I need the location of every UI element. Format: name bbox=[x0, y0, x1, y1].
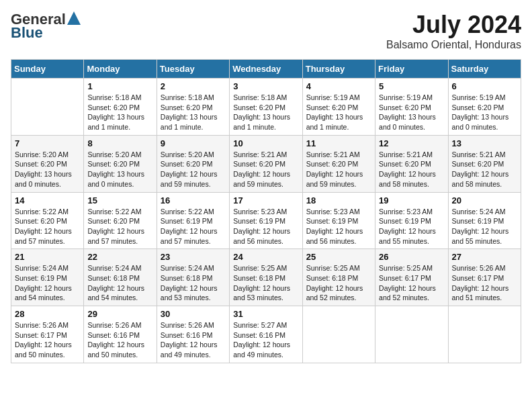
day-info: Sunrise: 5:21 AMSunset: 6:20 PMDaylight:… bbox=[233, 150, 298, 189]
calendar-header-saturday: Saturday bbox=[448, 60, 521, 79]
calendar-week-4: 28Sunrise: 5:26 AMSunset: 6:17 PMDayligh… bbox=[11, 306, 521, 363]
day-info: Sunrise: 5:20 AMSunset: 6:20 PMDaylight:… bbox=[161, 150, 226, 189]
calendar-cell: 28Sunrise: 5:26 AMSunset: 6:17 PMDayligh… bbox=[11, 306, 84, 363]
day-number: 8 bbox=[87, 138, 152, 148]
day-info: Sunrise: 5:25 AMSunset: 6:17 PMDaylight:… bbox=[379, 263, 444, 303]
day-number: 1 bbox=[87, 81, 152, 91]
day-info: Sunrise: 5:26 AMSunset: 6:16 PMDaylight:… bbox=[161, 320, 226, 360]
day-number: 7 bbox=[15, 138, 80, 148]
calendar-header-sunday: Sunday bbox=[11, 60, 84, 79]
day-number: 25 bbox=[306, 252, 371, 262]
calendar-cell bbox=[302, 306, 375, 363]
calendar-cell: 5Sunrise: 5:19 AMSunset: 6:20 PMDaylight… bbox=[375, 79, 448, 136]
calendar-cell: 17Sunrise: 5:23 AMSunset: 6:19 PMDayligh… bbox=[230, 192, 302, 249]
svg-marker-0 bbox=[67, 11, 81, 25]
day-info: Sunrise: 5:18 AMSunset: 6:20 PMDaylight:… bbox=[161, 93, 226, 132]
day-info: Sunrise: 5:24 AMSunset: 6:18 PMDaylight:… bbox=[161, 263, 226, 303]
day-number: 18 bbox=[306, 195, 371, 205]
calendar-cell: 16Sunrise: 5:22 AMSunset: 6:19 PMDayligh… bbox=[157, 192, 229, 249]
day-number: 23 bbox=[161, 252, 226, 262]
day-info: Sunrise: 5:19 AMSunset: 6:20 PMDaylight:… bbox=[306, 93, 371, 132]
calendar-cell: 19Sunrise: 5:23 AMSunset: 6:19 PMDayligh… bbox=[375, 192, 448, 249]
calendar-cell: 14Sunrise: 5:22 AMSunset: 6:20 PMDayligh… bbox=[11, 192, 84, 249]
calendar-cell: 10Sunrise: 5:21 AMSunset: 6:20 PMDayligh… bbox=[230, 135, 302, 192]
day-info: Sunrise: 5:18 AMSunset: 6:20 PMDaylight:… bbox=[87, 93, 152, 132]
day-number: 20 bbox=[452, 195, 517, 205]
day-number: 4 bbox=[306, 81, 371, 91]
calendar-header-row: SundayMondayTuesdayWednesdayThursdayFrid… bbox=[11, 60, 521, 79]
logo-blue: Blue bbox=[11, 24, 43, 42]
calendar-week-3: 21Sunrise: 5:24 AMSunset: 6:19 PMDayligh… bbox=[11, 249, 521, 306]
calendar-cell: 4Sunrise: 5:19 AMSunset: 6:20 PMDaylight… bbox=[302, 79, 375, 136]
day-number: 24 bbox=[233, 252, 298, 262]
day-info: Sunrise: 5:27 AMSunset: 6:16 PMDaylight:… bbox=[233, 320, 298, 360]
day-info: Sunrise: 5:21 AMSunset: 6:20 PMDaylight:… bbox=[306, 150, 371, 189]
day-info: Sunrise: 5:22 AMSunset: 6:20 PMDaylight:… bbox=[87, 207, 152, 246]
calendar-cell: 22Sunrise: 5:24 AMSunset: 6:18 PMDayligh… bbox=[84, 249, 157, 306]
calendar-cell bbox=[375, 306, 448, 363]
page-header: General Blue July 2024 Balsamo Oriental,… bbox=[11, 11, 521, 51]
day-number: 11 bbox=[306, 138, 371, 148]
calendar-table: SundayMondayTuesdayWednesdayThursdayFrid… bbox=[11, 59, 521, 363]
day-info: Sunrise: 5:24 AMSunset: 6:19 PMDaylight:… bbox=[452, 207, 517, 246]
calendar-cell: 18Sunrise: 5:23 AMSunset: 6:19 PMDayligh… bbox=[302, 192, 375, 249]
day-info: Sunrise: 5:26 AMSunset: 6:16 PMDaylight:… bbox=[87, 320, 152, 360]
day-number: 17 bbox=[233, 195, 298, 205]
title-block: July 2024 Balsamo Oriental, Honduras bbox=[386, 11, 521, 51]
day-info: Sunrise: 5:22 AMSunset: 6:20 PMDaylight:… bbox=[15, 207, 80, 246]
day-info: Sunrise: 5:19 AMSunset: 6:20 PMDaylight:… bbox=[379, 93, 444, 132]
calendar-cell: 30Sunrise: 5:26 AMSunset: 6:16 PMDayligh… bbox=[157, 306, 229, 363]
logo-icon bbox=[67, 11, 81, 25]
calendar-header-tuesday: Tuesday bbox=[157, 60, 229, 79]
calendar-cell bbox=[448, 306, 521, 363]
day-number: 19 bbox=[379, 195, 444, 205]
day-info: Sunrise: 5:22 AMSunset: 6:19 PMDaylight:… bbox=[161, 207, 226, 246]
day-number: 31 bbox=[233, 309, 298, 319]
calendar-cell: 12Sunrise: 5:21 AMSunset: 6:20 PMDayligh… bbox=[375, 135, 448, 192]
day-number: 22 bbox=[87, 252, 152, 262]
day-number: 10 bbox=[233, 138, 298, 148]
calendar-cell: 11Sunrise: 5:21 AMSunset: 6:20 PMDayligh… bbox=[302, 135, 375, 192]
calendar-cell bbox=[11, 79, 84, 136]
calendar-cell: 26Sunrise: 5:25 AMSunset: 6:17 PMDayligh… bbox=[375, 249, 448, 306]
day-info: Sunrise: 5:19 AMSunset: 6:20 PMDaylight:… bbox=[452, 93, 517, 132]
calendar-week-1: 7Sunrise: 5:20 AMSunset: 6:20 PMDaylight… bbox=[11, 135, 521, 192]
calendar-cell: 21Sunrise: 5:24 AMSunset: 6:19 PMDayligh… bbox=[11, 249, 84, 306]
day-number: 2 bbox=[161, 81, 226, 91]
day-number: 15 bbox=[87, 195, 152, 205]
calendar-cell: 8Sunrise: 5:20 AMSunset: 6:20 PMDaylight… bbox=[84, 135, 157, 192]
day-info: Sunrise: 5:21 AMSunset: 6:20 PMDaylight:… bbox=[379, 150, 444, 189]
calendar-header-monday: Monday bbox=[84, 60, 157, 79]
calendar-cell: 31Sunrise: 5:27 AMSunset: 6:16 PMDayligh… bbox=[230, 306, 302, 363]
calendar-cell: 20Sunrise: 5:24 AMSunset: 6:19 PMDayligh… bbox=[448, 192, 521, 249]
calendar-cell: 3Sunrise: 5:18 AMSunset: 6:20 PMDaylight… bbox=[230, 79, 302, 136]
calendar-cell: 29Sunrise: 5:26 AMSunset: 6:16 PMDayligh… bbox=[84, 306, 157, 363]
calendar-cell: 13Sunrise: 5:21 AMSunset: 6:20 PMDayligh… bbox=[448, 135, 521, 192]
calendar-cell: 7Sunrise: 5:20 AMSunset: 6:20 PMDaylight… bbox=[11, 135, 84, 192]
location-title: Balsamo Oriental, Honduras bbox=[386, 39, 521, 51]
calendar-cell: 25Sunrise: 5:25 AMSunset: 6:18 PMDayligh… bbox=[302, 249, 375, 306]
calendar-cell: 9Sunrise: 5:20 AMSunset: 6:20 PMDaylight… bbox=[157, 135, 229, 192]
calendar-body: 1Sunrise: 5:18 AMSunset: 6:20 PMDaylight… bbox=[11, 79, 521, 363]
day-info: Sunrise: 5:20 AMSunset: 6:20 PMDaylight:… bbox=[87, 150, 152, 189]
day-number: 6 bbox=[452, 81, 517, 91]
day-info: Sunrise: 5:24 AMSunset: 6:19 PMDaylight:… bbox=[15, 263, 80, 303]
calendar-cell: 2Sunrise: 5:18 AMSunset: 6:20 PMDaylight… bbox=[157, 79, 229, 136]
calendar-cell: 1Sunrise: 5:18 AMSunset: 6:20 PMDaylight… bbox=[84, 79, 157, 136]
calendar-week-0: 1Sunrise: 5:18 AMSunset: 6:20 PMDaylight… bbox=[11, 79, 521, 136]
day-info: Sunrise: 5:26 AMSunset: 6:17 PMDaylight:… bbox=[452, 263, 517, 303]
day-number: 16 bbox=[161, 195, 226, 205]
day-number: 29 bbox=[87, 309, 152, 319]
calendar-cell: 24Sunrise: 5:25 AMSunset: 6:18 PMDayligh… bbox=[230, 249, 302, 306]
day-number: 3 bbox=[233, 81, 298, 91]
day-info: Sunrise: 5:20 AMSunset: 6:20 PMDaylight:… bbox=[15, 150, 80, 189]
day-info: Sunrise: 5:23 AMSunset: 6:19 PMDaylight:… bbox=[379, 207, 444, 246]
day-info: Sunrise: 5:23 AMSunset: 6:19 PMDaylight:… bbox=[306, 207, 371, 246]
day-info: Sunrise: 5:26 AMSunset: 6:17 PMDaylight:… bbox=[15, 320, 80, 360]
day-number: 21 bbox=[15, 252, 80, 262]
day-number: 26 bbox=[379, 252, 444, 262]
day-info: Sunrise: 5:25 AMSunset: 6:18 PMDaylight:… bbox=[233, 263, 298, 303]
day-number: 12 bbox=[379, 138, 444, 148]
calendar-cell: 15Sunrise: 5:22 AMSunset: 6:20 PMDayligh… bbox=[84, 192, 157, 249]
day-number: 30 bbox=[161, 309, 226, 319]
